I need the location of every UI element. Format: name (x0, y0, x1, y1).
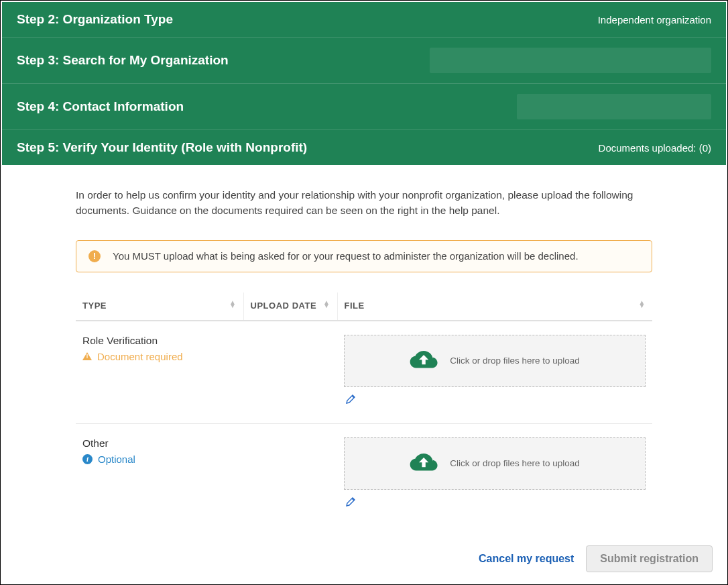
dropzone-text: Click or drop files here to upload (450, 356, 580, 366)
step-3-header[interactable]: Step 3: Search for My Organization (2, 38, 726, 84)
step-5-header[interactable]: Step 5: Verify Your Identity (Role with … (2, 130, 726, 165)
table-row: Role Verification Document required Cl (76, 321, 652, 424)
step-2-title: Step 2: Organization Type (17, 12, 173, 27)
table-row: Other i Optional Click or drop files he (76, 423, 652, 545)
intro-text: In order to help us confirm your identit… (76, 187, 652, 219)
step-3-title: Step 3: Search for My Organization (17, 53, 229, 68)
sort-icon[interactable]: ▲▼ (639, 301, 646, 308)
column-header-date-label: UPLOAD DATE (251, 301, 317, 311)
optional-badge: i Optional (82, 454, 237, 465)
alert-icon: ! (88, 250, 101, 262)
step-5-title: Step 5: Verify Your Identity (Role with … (17, 140, 307, 155)
step-2-summary: Independent organization (598, 14, 711, 25)
step-3-summary-placeholder (430, 48, 711, 73)
file-dropzone[interactable]: Click or drop files here to upload (344, 335, 646, 387)
required-badge-text: Document required (97, 351, 183, 362)
warning-box: ! You MUST upload what is being asked fo… (76, 240, 652, 272)
cloud-upload-icon (410, 350, 439, 372)
doc-type-label: Other (82, 437, 237, 449)
cancel-request-link[interactable]: Cancel my request (479, 553, 574, 565)
column-header-type-label: TYPE (82, 301, 107, 311)
pencil-icon[interactable] (344, 392, 357, 406)
step-4-header[interactable]: Step 4: Contact Information (2, 84, 726, 130)
cell-file: Click or drop files here to upload (337, 423, 652, 545)
footer-actions: Cancel my request Submit registration (479, 545, 713, 572)
warning-triangle-icon (82, 352, 92, 360)
sort-icon[interactable]: ▲▼ (323, 301, 330, 308)
file-dropzone[interactable]: Click or drop files here to upload (344, 437, 646, 490)
step-5-summary: Documents uploaded: (0) (599, 142, 711, 154)
cell-file: Click or drop files here to upload (337, 321, 652, 424)
step-5-content: In order to help us confirm your identit… (2, 165, 726, 565)
warning-text: You MUST upload what is being asked for … (113, 250, 579, 262)
cell-date (243, 321, 337, 424)
sort-icon[interactable]: ▲▼ (229, 301, 236, 308)
cell-type: Other i Optional (76, 423, 243, 545)
step-4-summary-placeholder (517, 94, 711, 119)
pencil-icon[interactable] (344, 495, 357, 509)
step-2-header[interactable]: Step 2: Organization Type Independent or… (2, 2, 726, 38)
registration-wizard: Step 2: Organization Type Independent or… (0, 0, 728, 585)
cloud-upload-icon (410, 453, 439, 474)
submit-registration-button[interactable]: Submit registration (586, 545, 713, 572)
required-badge: Document required (82, 351, 237, 362)
column-header-file[interactable]: FILE ▲▼ (337, 292, 652, 321)
step-4-title: Step 4: Contact Information (17, 99, 184, 114)
table-header-row: TYPE ▲▼ UPLOAD DATE ▲▼ FILE ▲▼ (76, 292, 652, 321)
column-header-file-label: FILE (345, 301, 365, 311)
cell-date (243, 423, 337, 545)
doc-type-label: Role Verification (82, 335, 237, 347)
dropzone-text: Click or drop files here to upload (450, 458, 580, 468)
column-header-upload-date[interactable]: UPLOAD DATE ▲▼ (243, 292, 337, 321)
optional-badge-text: Optional (98, 454, 135, 465)
documents-table: TYPE ▲▼ UPLOAD DATE ▲▼ FILE ▲▼ (76, 292, 652, 545)
info-icon: i (82, 454, 93, 464)
cell-type: Role Verification Document required (76, 321, 243, 424)
column-header-type[interactable]: TYPE ▲▼ (76, 292, 243, 321)
